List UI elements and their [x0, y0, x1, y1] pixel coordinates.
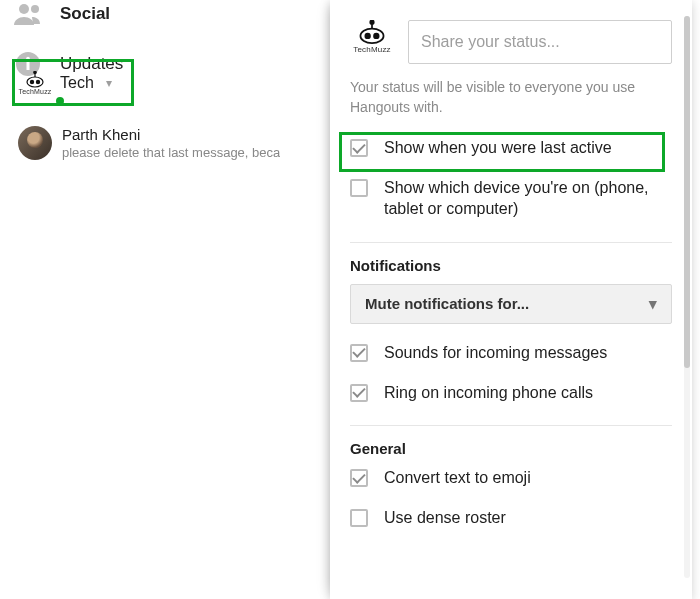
- option-label: Convert text to emoji: [384, 467, 531, 489]
- conversation-text: Parth Kheni please delete that last mess…: [62, 126, 280, 160]
- checkbox-dense-roster[interactable]: [350, 509, 368, 527]
- option-emoji[interactable]: Convert text to emoji: [350, 467, 672, 489]
- svg-point-13: [365, 34, 370, 39]
- account-switcher[interactable]: TechMuzz Tech ▾: [14, 63, 134, 103]
- conversation-preview: please delete that last message, beca: [62, 145, 280, 160]
- divider: [350, 242, 672, 243]
- mute-select-label: Mute notifications for...: [365, 295, 529, 312]
- scrollbar-thumb[interactable]: [684, 16, 690, 368]
- settings-panel: TechMuzz Your status will be visible to …: [330, 0, 692, 599]
- option-show-device[interactable]: Show which device you're on (phone, tabl…: [350, 177, 672, 220]
- option-ring[interactable]: Ring on incoming phone calls: [350, 382, 672, 404]
- checkbox-sounds[interactable]: [350, 344, 368, 362]
- account-name: Tech: [60, 74, 94, 92]
- option-sounds[interactable]: Sounds for incoming messages: [350, 342, 672, 364]
- svg-point-5: [27, 77, 43, 87]
- category-label: Social: [60, 4, 110, 24]
- svg-point-1: [31, 5, 39, 13]
- svg-point-10: [360, 29, 383, 43]
- conversation-item[interactable]: Parth Kheni please delete that last mess…: [18, 126, 318, 160]
- svg-point-12: [370, 20, 373, 23]
- caret-down-icon: ▾: [649, 295, 657, 313]
- divider: [350, 425, 672, 426]
- brand-logo-icon: TechMuzz: [20, 68, 50, 98]
- option-label: Sounds for incoming messages: [384, 342, 607, 364]
- conversation-name: Parth Kheni: [62, 126, 280, 143]
- brand-logo-icon: TechMuzz: [350, 20, 394, 64]
- people-icon: [10, 0, 46, 32]
- option-dense-roster[interactable]: Use dense roster: [350, 507, 672, 529]
- svg-point-7: [34, 71, 36, 73]
- section-heading-general: General: [350, 440, 672, 457]
- svg-point-4: [26, 57, 30, 61]
- option-label: Show when you were last active: [384, 137, 612, 159]
- category-social[interactable]: Social: [0, 0, 320, 42]
- status-input[interactable]: [408, 20, 672, 64]
- svg-point-14: [374, 34, 379, 39]
- status-visibility-hint: Your status will be visible to everyone …: [350, 78, 672, 117]
- left-column: Social Updates TechMuzz Tech ▾ Parth Khe…: [0, 0, 320, 599]
- checkbox-show-device[interactable]: [350, 179, 368, 197]
- avatar: [18, 126, 52, 160]
- section-heading-notifications: Notifications: [350, 257, 672, 274]
- checkbox-last-active[interactable]: [350, 139, 368, 157]
- option-label: Show which device you're on (phone, tabl…: [384, 177, 672, 220]
- svg-point-8: [30, 80, 33, 83]
- svg-point-9: [36, 80, 39, 83]
- option-last-active[interactable]: Show when you were last active: [350, 137, 672, 159]
- mute-notifications-select[interactable]: Mute notifications for... ▾: [350, 284, 672, 324]
- option-label: Ring on incoming phone calls: [384, 382, 593, 404]
- option-label: Use dense roster: [384, 507, 506, 529]
- svg-point-0: [19, 4, 29, 14]
- caret-down-icon: ▾: [106, 76, 112, 90]
- checkbox-ring[interactable]: [350, 384, 368, 402]
- checkbox-emoji[interactable]: [350, 469, 368, 487]
- presence-dot-icon: [54, 95, 66, 107]
